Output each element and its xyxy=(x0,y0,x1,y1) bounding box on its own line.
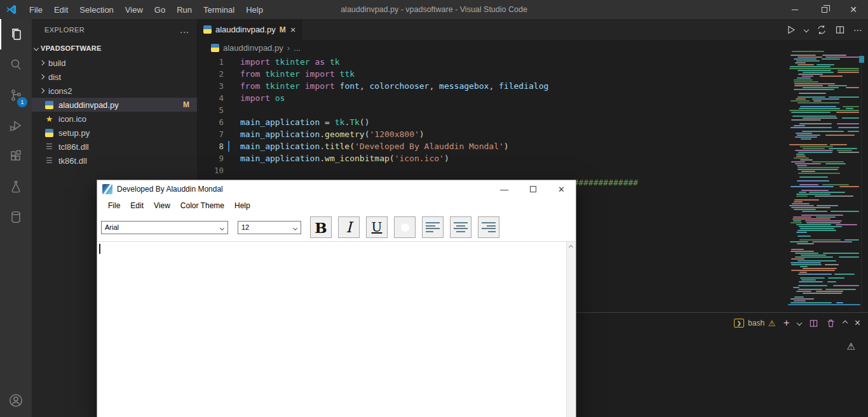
accounts-button[interactable] xyxy=(0,385,32,416)
minimap-line xyxy=(788,178,862,180)
minimap-line xyxy=(788,237,862,239)
explorer-item-icon-ico[interactable]: ★icon.ico xyxy=(32,112,197,126)
minimap-line xyxy=(788,264,862,265)
tk-text-editor[interactable] xyxy=(97,241,576,417)
code-line-7[interactable]: 7main_application.geometry('1200x800') xyxy=(197,128,868,140)
explorer-section-header[interactable]: VPADSOFTWARE xyxy=(32,41,197,56)
align-left-button[interactable] xyxy=(422,216,444,238)
run-debug-activity-button[interactable] xyxy=(0,110,32,141)
code-text: main_application.geometry('1200x800') xyxy=(240,128,424,140)
line-number: 8 xyxy=(197,140,224,152)
terminal-tab-bash[interactable]: ❯ bash ⚠ xyxy=(734,319,776,328)
split-editor-icon[interactable] xyxy=(835,25,845,35)
underline-button[interactable]: U xyxy=(366,216,388,238)
menu-go[interactable]: Go xyxy=(149,0,171,19)
code-text: main_application.title('Developed By Ala… xyxy=(240,140,509,152)
close-panel-icon[interactable]: × xyxy=(855,317,860,329)
minimap-line xyxy=(788,262,862,263)
align-center-button[interactable] xyxy=(450,216,471,238)
run-file-icon[interactable] xyxy=(786,25,796,35)
extensions-activity-button[interactable] xyxy=(0,141,32,171)
source-control-activity-button[interactable]: 1 xyxy=(0,80,32,110)
minimap-line xyxy=(788,146,862,147)
tab-close-icon[interactable]: × xyxy=(290,24,296,35)
tk-titlebar[interactable]: Developed By Alauddin Mondal — ✕ xyxy=(97,180,576,198)
explorer-item-dist[interactable]: dist xyxy=(32,70,197,84)
kill-terminal-icon[interactable] xyxy=(826,319,836,328)
testing-activity-button[interactable] xyxy=(0,171,32,202)
menu-help[interactable]: Help xyxy=(240,0,269,19)
tk-maximize-button[interactable] xyxy=(519,180,547,198)
code-line-10[interactable]: 10 xyxy=(197,164,868,176)
tk-scrollbar[interactable] xyxy=(566,242,576,417)
tk-menu-help[interactable]: Help xyxy=(229,201,255,210)
explorer-activity-button[interactable] xyxy=(0,19,32,50)
code-line-2[interactable]: 2from tkinter import ttk xyxy=(197,68,868,80)
tk-toolbar: Arial 12 B I U xyxy=(97,213,576,241)
minimap[interactable] xyxy=(788,51,862,312)
explorer-item-setup-py[interactable]: setup.py xyxy=(32,126,197,140)
menu-view[interactable]: View xyxy=(119,0,149,19)
code-line-6[interactable]: 6main_application = tk.Tk() xyxy=(197,116,868,128)
menu-run[interactable]: Run xyxy=(171,0,198,19)
minimap-line xyxy=(788,190,862,191)
minimap-line xyxy=(788,150,862,151)
new-terminal-button[interactable]: + xyxy=(783,319,790,328)
italic-button[interactable]: I xyxy=(338,216,360,238)
explorer-item-alauddinvpad-py[interactable]: alauddinvpad.pyM xyxy=(32,98,197,112)
terminal-dropdown-chevron-icon[interactable] xyxy=(796,321,801,326)
tk-menu-view[interactable]: View xyxy=(149,201,175,210)
explorer-more-actions-icon[interactable]: ... xyxy=(180,25,189,35)
run-dropdown-chevron-icon[interactable] xyxy=(804,27,809,32)
code-line-3[interactable]: 3from tkinter import font, colorchooser,… xyxy=(197,80,868,92)
tk-menu-edit[interactable]: Edit xyxy=(125,201,149,210)
close-button[interactable]: ✕ xyxy=(839,0,868,19)
font-size-combobox[interactable]: 12 xyxy=(238,221,301,234)
minimap-line xyxy=(788,295,862,296)
minimap-line xyxy=(788,64,862,65)
tk-menu-file[interactable]: File xyxy=(103,201,125,210)
minimap-line xyxy=(788,304,862,305)
more-actions-icon[interactable]: ⋯ xyxy=(853,25,863,35)
menu-selection[interactable]: Selection xyxy=(74,0,119,19)
bold-button[interactable]: B xyxy=(310,216,332,238)
search-activity-button[interactable] xyxy=(0,50,32,80)
maximize-panel-chevron-icon[interactable] xyxy=(842,321,847,326)
menu-edit[interactable]: Edit xyxy=(48,0,74,19)
tk-menu-color-theme[interactable]: Color Theme xyxy=(175,201,229,210)
split-terminal-icon[interactable] xyxy=(809,319,818,328)
minimap-line xyxy=(788,173,862,174)
minimap-line xyxy=(788,218,862,220)
explorer-item-tk86t-dll[interactable]: ☰tk86t.dll xyxy=(32,154,197,168)
code-line-5[interactable]: 5 xyxy=(197,104,868,116)
terminal-warning-icon[interactable]: ⚠ xyxy=(847,341,855,352)
code-line-8[interactable]: 8main_application.title('Developed By Al… xyxy=(197,140,868,152)
code-line-1[interactable]: 1import tkinter as tk xyxy=(197,56,868,68)
minimap-line xyxy=(788,112,862,113)
explorer-item-icons2[interactable]: icons2 xyxy=(32,84,197,98)
code-line-4[interactable]: 4import os xyxy=(197,92,868,104)
menu-file[interactable]: File xyxy=(24,0,48,19)
tk-minimize-button[interactable]: — xyxy=(490,180,519,198)
tk-close-button[interactable]: ✕ xyxy=(547,180,576,198)
minimap-line xyxy=(788,167,862,168)
explorer-item-build[interactable]: build xyxy=(32,56,197,70)
minimap-line xyxy=(788,95,862,96)
minimap-line xyxy=(788,156,862,157)
breadcrumb-file[interactable]: alauddinvpad.py xyxy=(223,43,283,53)
code-content[interactable]: 1import tkinter as tk2from tkinter impor… xyxy=(197,56,868,189)
open-changes-icon[interactable] xyxy=(817,25,827,35)
minimize-button[interactable]: ─ xyxy=(780,0,810,19)
restore-button[interactable] xyxy=(810,0,839,19)
minimap-line xyxy=(788,293,862,294)
code-line-9[interactable]: 9main_application.wm_iconbitmap('icon.ic… xyxy=(197,152,868,164)
scroll-up-arrow-icon[interactable] xyxy=(569,245,573,249)
tab-alauddinvpad[interactable]: alauddinvpad.py M × xyxy=(197,19,302,40)
font-color-button[interactable] xyxy=(394,216,416,238)
menu-terminal[interactable]: Terminal xyxy=(198,0,240,19)
breadcrumb-more[interactable]: ... xyxy=(294,43,301,53)
font-family-combobox[interactable]: Arial xyxy=(101,221,228,234)
explorer-item-tcl86t-dll[interactable]: ☰tcl86t.dll xyxy=(32,140,197,154)
database-activity-button[interactable] xyxy=(0,202,32,232)
align-right-button[interactable] xyxy=(478,216,499,238)
